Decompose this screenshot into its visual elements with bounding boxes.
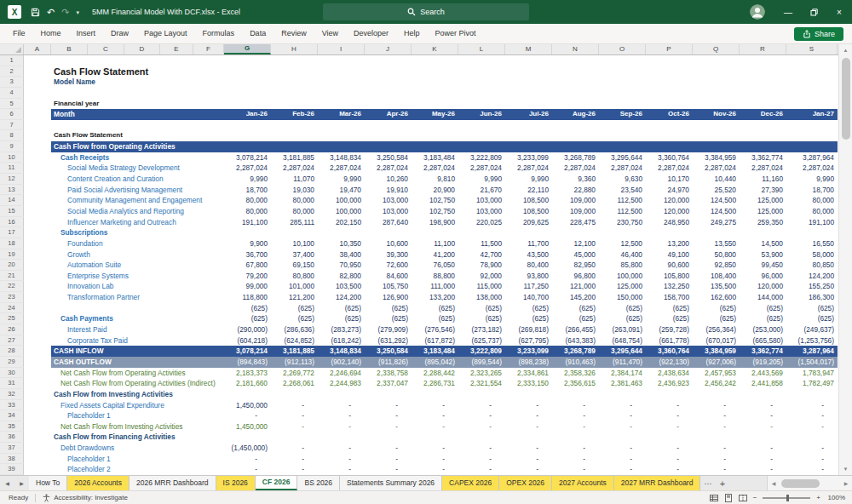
cell-N23[interactable]: 145,200	[552, 292, 599, 303]
cell-O25[interactable]: (625)	[599, 313, 646, 324]
cell-L10[interactable]: 3,222,809	[458, 152, 505, 163]
row-number-9[interactable]: 9	[0, 141, 24, 152]
sheet-tab-opex-2026[interactable]: OPEX 2026	[499, 476, 552, 490]
cell-I33[interactable]: -	[318, 400, 365, 411]
cell-P32[interactable]	[646, 389, 693, 400]
cell-S16[interactable]: 191,100	[786, 217, 838, 228]
cell-N39[interactable]: -	[552, 464, 599, 475]
cell-L2[interactable]	[458, 66, 505, 77]
cell-N15[interactable]: 109,000	[552, 206, 599, 217]
cell-I9[interactable]	[318, 141, 365, 152]
cell-H9[interactable]	[271, 141, 318, 152]
cell-Q39[interactable]: -	[693, 464, 740, 475]
cell-J7[interactable]	[365, 120, 412, 131]
cell-A23[interactable]	[24, 292, 51, 303]
cell-K28[interactable]: 3,183,484	[412, 346, 458, 357]
cell-O27[interactable]: (648,754)	[599, 335, 646, 346]
row-number-17[interactable]: 17	[0, 227, 24, 238]
cell-S24[interactable]: (625)	[786, 303, 838, 314]
cell-L9[interactable]	[458, 141, 505, 152]
cell-Q9[interactable]	[693, 141, 740, 152]
cell-R23[interactable]: 144,000	[740, 292, 786, 303]
cell-M7[interactable]	[505, 120, 552, 131]
cell-O30[interactable]: 2,384,174	[599, 368, 646, 379]
cell-N29[interactable]: (910,463)	[552, 357, 599, 368]
cell-O5[interactable]	[599, 99, 646, 110]
cell-A34[interactable]	[24, 410, 51, 421]
cell-I38[interactable]: -	[318, 454, 365, 465]
cell-I26[interactable]: (283,273)	[318, 324, 365, 335]
cell-M28[interactable]: 3,233,099	[505, 346, 552, 357]
cell-S23[interactable]: 186,300	[786, 292, 838, 303]
sheet-tab-statements-summary-2026[interactable]: Statements Summary 2026	[340, 476, 442, 490]
cell-J32[interactable]	[365, 389, 412, 400]
cell-Q27[interactable]: (670,017)	[693, 335, 740, 346]
ribbon-tab-help[interactable]: Help	[396, 24, 428, 44]
row-number-16[interactable]: 16	[0, 217, 24, 228]
column-header-H[interactable]: H	[271, 44, 318, 54]
row-label-34[interactable]: Placeholder 1	[51, 410, 224, 421]
cell-J16[interactable]: 287,640	[365, 217, 412, 228]
cell-K38[interactable]: -	[412, 454, 458, 465]
cell-J4[interactable]	[365, 88, 412, 99]
cell-H17[interactable]	[271, 227, 318, 238]
cell-L6[interactable]: Jun-26	[458, 109, 505, 120]
cell-Q29[interactable]: (927,006)	[693, 357, 740, 368]
cell-G9[interactable]	[224, 141, 271, 152]
cell-A35[interactable]	[24, 421, 51, 432]
cell-O10[interactable]: 3,295,644	[599, 152, 646, 163]
cell-H33[interactable]: -	[271, 400, 318, 411]
select-all-corner[interactable]	[0, 44, 24, 54]
cell-S21[interactable]: 124,200	[786, 271, 838, 282]
cell-K19[interactable]: 41,200	[412, 249, 458, 261]
horizontal-scroll-track[interactable]	[780, 479, 840, 488]
cell-Q35[interactable]: -	[693, 421, 740, 432]
cell-G30[interactable]: 2,183,373	[224, 368, 271, 379]
cell-L32[interactable]	[458, 389, 505, 400]
cell-Q19[interactable]: 50,800	[693, 249, 740, 261]
cell-A10[interactable]	[24, 152, 51, 163]
row-label-12[interactable]: Content Creation and Curation	[51, 174, 224, 185]
cell-H16[interactable]: 285,111	[271, 217, 318, 228]
cell-R28[interactable]: 3,362,774	[740, 346, 786, 357]
cell-M12[interactable]: 9,990	[505, 174, 552, 185]
cell-I5[interactable]	[318, 99, 365, 110]
cell-G35[interactable]: 1,450,000	[224, 421, 271, 432]
cell-L39[interactable]: -	[458, 464, 505, 475]
cell-A29[interactable]	[24, 357, 51, 368]
cell-M18[interactable]: 11,700	[505, 238, 552, 249]
ribbon-tab-view[interactable]: View	[314, 24, 346, 44]
cell-K22[interactable]: 111,000	[412, 281, 458, 292]
cell-P28[interactable]: 3,360,764	[646, 346, 693, 357]
cell-P16[interactable]: 248,950	[646, 217, 693, 228]
row-label-21[interactable]: Enterprise Systems	[51, 271, 224, 282]
excel-logo-icon[interactable]: X	[8, 5, 21, 19]
cell-N27[interactable]: (643,383)	[552, 335, 599, 346]
customize-quick-access-icon[interactable]: ▾	[76, 9, 79, 15]
row-number-14[interactable]: 14	[0, 195, 24, 206]
cell-S27[interactable]: (1,253,756)	[786, 335, 838, 346]
cell-O36[interactable]	[599, 432, 646, 443]
user-avatar[interactable]	[750, 4, 765, 20]
cell-A30[interactable]	[24, 368, 51, 379]
ribbon-tab-insert[interactable]: Insert	[69, 24, 104, 44]
row-number-19[interactable]: 19	[0, 249, 24, 261]
cell-Q31[interactable]: 2,456,242	[693, 378, 740, 389]
cell-K16[interactable]: 198,900	[412, 217, 458, 228]
cell-J38[interactable]: -	[365, 454, 412, 465]
cell-R16[interactable]: 259,350	[740, 217, 786, 228]
cell-S11[interactable]: 2,287,024	[786, 163, 838, 174]
row-number-15[interactable]: 15	[0, 206, 24, 217]
cell-R1[interactable]	[740, 55, 786, 66]
cell-O12[interactable]: 9,630	[599, 174, 646, 185]
sheet-tab-2026-mrr-dashboard[interactable]: 2026 MRR Dashboard	[130, 476, 216, 490]
cell-K30[interactable]: 2,288,442	[412, 368, 458, 379]
undo-icon[interactable]: ↶	[47, 8, 55, 17]
cell-I7[interactable]	[318, 120, 365, 131]
cell-M17[interactable]	[505, 227, 552, 238]
zoom-in-icon[interactable]: +	[816, 494, 820, 501]
cell-O3[interactable]	[599, 77, 646, 88]
cell-S10[interactable]: 3,287,964	[786, 152, 838, 163]
cell-P30[interactable]: 2,438,634	[646, 368, 693, 379]
cell-O31[interactable]: 2,381,463	[599, 378, 646, 389]
